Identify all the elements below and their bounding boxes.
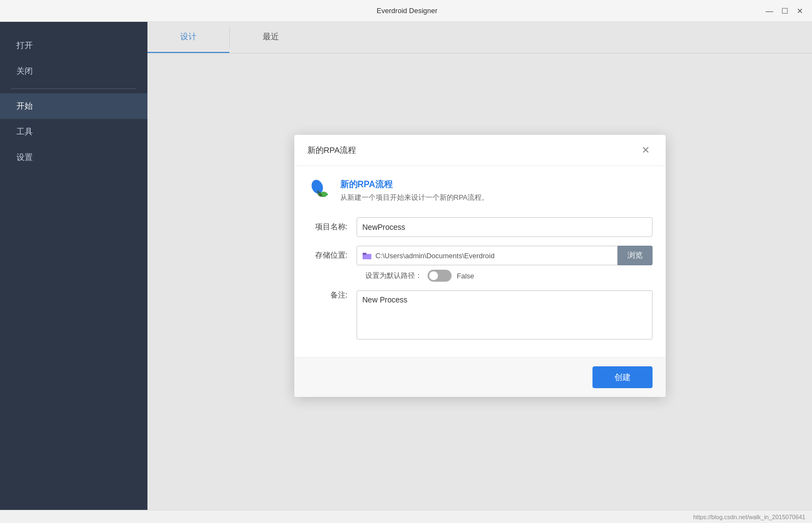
project-name-label: 项目名称: [307,222,357,232]
dialog-close-button[interactable]: ✕ [639,144,653,157]
titlebar: Everdroid Designer — ☐ ✕ [0,0,812,22]
default-path-label: 设置为默认路径： [365,271,422,281]
default-path-row: 设置为默认路径： False [365,270,653,282]
window-controls: — ☐ ✕ [764,5,805,16]
minimize-button[interactable]: — [764,5,775,16]
main-content: 设计 最近 新的RPA流程 ✕ [147,22,812,510]
storage-path-display: C:\Users\admin\Documents\Everdroid [357,246,618,265]
storage-location-row: 存储位置: C:\Users\admin\Documents\Everdroid [307,246,653,265]
default-path-value: False [457,272,475,280]
sidebar-menu: 打开 关闭 开始 工具 设置 [0,22,147,170]
folder-icon [363,252,371,259]
sidebar-item-start[interactable]: 开始 [0,93,147,119]
project-info-title: 新的RPA流程 [340,179,489,191]
app-body: 打开 关闭 开始 工具 设置 设计 最近 [0,22,812,510]
close-window-button[interactable]: ✕ [795,5,805,16]
dialog-title: 新的RPA流程 [307,145,357,156]
sidebar-item-open[interactable]: 打开 [0,33,147,58]
project-banner: 新的RPA流程 从新建一个项目开始来设计一个新的RPA流程。 [307,179,653,204]
storage-label: 存储位置: [307,251,357,260]
modal-overlay: 新的RPA流程 ✕ [147,22,812,510]
app-title: Everdroid Designer [50,7,764,15]
default-path-toggle[interactable] [428,270,452,282]
statusbar-url: https://blog.csdn.net/walk_in_2015070641 [694,514,806,520]
notes-textarea[interactable] [357,290,653,340]
dialog-header: 新的RPA流程 ✕ [294,135,666,166]
dialog-footer: 创建 [294,357,666,397]
project-icon [307,179,333,204]
maximize-button[interactable]: ☐ [779,5,790,16]
dialog-body: 新的RPA流程 从新建一个项目开始来设计一个新的RPA流程。 项目名称: 存储位… [294,166,666,357]
project-name-input[interactable] [357,217,653,237]
create-button[interactable]: 创建 [592,366,653,388]
project-info-desc: 从新建一个项目开始来设计一个新的RPA流程。 [340,193,489,203]
notes-label: 备注: [307,290,357,300]
new-rpa-dialog: 新的RPA流程 ✕ [294,135,666,397]
svg-rect-2 [363,253,366,255]
sidebar: 打开 关闭 开始 工具 设置 [0,22,147,510]
storage-path-text: C:\Users\admin\Documents\Everdroid [376,252,495,260]
project-info: 新的RPA流程 从新建一个项目开始来设计一个新的RPA流程。 [340,179,489,203]
sidebar-item-close[interactable]: 关闭 [0,58,147,84]
project-name-row: 项目名称: [307,217,653,237]
toggle-knob [429,271,438,280]
sidebar-divider [11,88,137,89]
sidebar-item-settings[interactable]: 设置 [0,145,147,170]
notes-row: 备注: [307,290,653,340]
sidebar-item-tools[interactable]: 工具 [0,119,147,145]
statusbar: https://blog.csdn.net/walk_in_2015070641 [0,510,812,523]
browse-button[interactable]: 浏览 [618,246,653,265]
